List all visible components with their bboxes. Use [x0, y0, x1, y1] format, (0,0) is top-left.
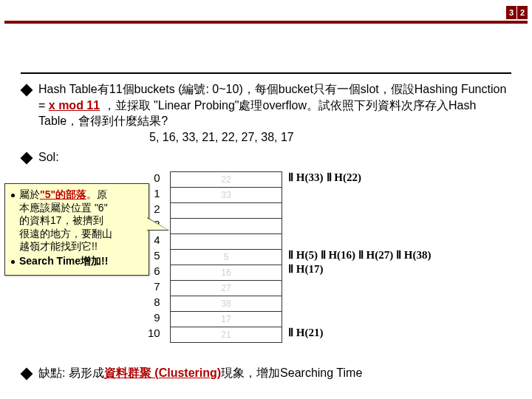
data-sequence: 5, 16, 33, 21, 22, 27, 38, 17 — [149, 131, 294, 143]
index-0: 0 — [148, 170, 160, 185]
callout-item-2: Search Time增加!! — [11, 255, 143, 268]
callout-item-1: 屬於"5"的部落。原 本應該屬於位置 "6" 的資料17，被擠到 很遠的地方，要… — [11, 188, 143, 253]
h17: Ⅱ H(17) — [288, 263, 323, 275]
h27: Ⅱ H(27) — [358, 249, 396, 261]
bullet-icon — [21, 152, 33, 165]
clustering-term: 資料群聚 (Clustering) — [104, 366, 221, 379]
index-8: 8 — [148, 294, 160, 310]
h16: Ⅱ H(16) — [321, 249, 358, 261]
callout-text-1: 屬於"5"的部落。原 本應該屬於位置 "6" 的資料17，被擠到 很遠的地方，要… — [19, 188, 112, 253]
bucket-8: 38 — [171, 296, 282, 312]
solution-label: Sol: — [38, 149, 516, 166]
bullet-dot-icon — [11, 194, 15, 197]
index-5: 5 — [148, 248, 160, 263]
page-number-tens: 3 — [506, 6, 516, 19]
page-number-ones: 2 — [517, 6, 528, 19]
index-10: 10 — [148, 325, 160, 341]
bucket-1: 33 — [171, 188, 282, 203]
h22: Ⅱ H(22) — [327, 171, 361, 183]
h5: Ⅱ H(5) — [288, 249, 321, 261]
index-4: 4 — [148, 232, 160, 248]
h21: Ⅱ H(21) — [288, 327, 323, 338]
bucket-10: 21 — [171, 327, 282, 343]
page-number: 3 2 — [505, 6, 528, 19]
h33: Ⅱ H(33) — [288, 171, 323, 183]
problem-post: ，並採取 "Linear Probing"處理overflow。試依照下列資料次… — [38, 99, 476, 128]
index-6: 6 — [148, 263, 160, 279]
bullet-dot-icon — [11, 260, 15, 264]
divider — [21, 72, 511, 74]
bucket-9: 17 — [171, 312, 282, 327]
bucket-6: 16 — [171, 265, 282, 281]
slide-top-bar — [4, 21, 528, 24]
hash-label-row5: Ⅱ H(5) Ⅱ H(16) Ⅱ H(27) Ⅱ H(38) — [288, 248, 431, 262]
bullet-icon — [21, 368, 33, 381]
solution-bullet: Sol: — [22, 149, 516, 166]
bullet-icon — [21, 84, 33, 97]
bucket-4 — [171, 234, 282, 250]
problem-text: Hash Table有11個buckets (編號: 0~10)，每個bucke… — [38, 81, 516, 145]
bucket-5: 5 — [171, 250, 282, 265]
bucket-7: 27 — [171, 281, 282, 296]
bucket-2 — [171, 203, 282, 219]
hash-label-row6: Ⅱ H(17) — [288, 262, 323, 276]
hash-label-row10: Ⅱ H(21) — [288, 326, 323, 339]
conclusion-text: 缺點: 易形成資料群聚 (Clustering)現象，增加Searching T… — [38, 365, 516, 381]
hash-label-row0: Ⅱ H(33) Ⅱ H(22) — [288, 171, 361, 184]
bucket-3 — [171, 219, 282, 234]
index-2: 2 — [148, 201, 160, 216]
problem-statement: Hash Table有11個buckets (編號: 0~10)，每個bucke… — [22, 81, 516, 145]
index-9: 9 — [148, 310, 160, 325]
callout-box: 屬於"5"的部落。原 本應該屬於位置 "6" 的資料17，被擠到 很遠的地方，要… — [4, 183, 149, 276]
bucket-0: 22 — [171, 172, 282, 188]
callout-text-2: Search Time增加!! — [19, 255, 108, 268]
hash-function: x mod 11 — [49, 99, 100, 112]
index-column: 0 1 2 3 4 5 6 7 8 9 10 — [148, 170, 160, 341]
index-7: 7 — [148, 279, 160, 294]
index-1: 1 — [148, 185, 160, 201]
h38: Ⅱ H(38) — [396, 249, 431, 261]
conclusion-bullet: 缺點: 易形成資料群聚 (Clustering)現象，增加Searching T… — [22, 365, 516, 386]
bucket-table: 22 33 5 16 27 38 17 21 — [170, 171, 282, 343]
